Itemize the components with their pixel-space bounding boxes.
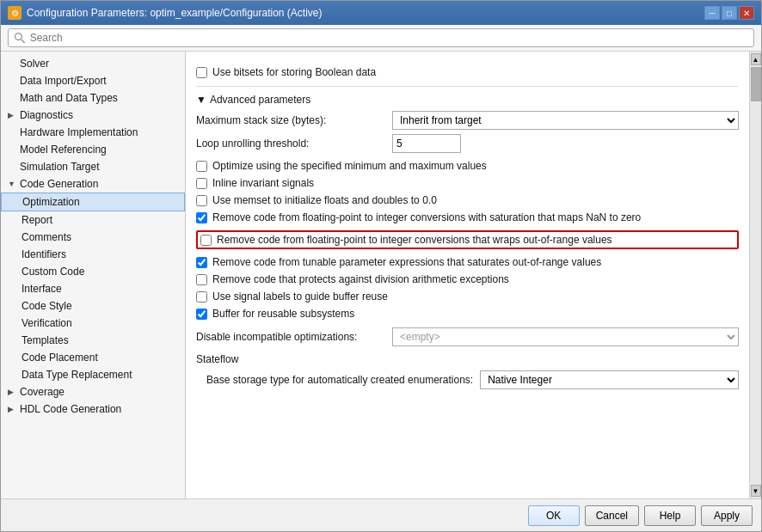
use-bitsets-label: Use bitsets for storing Boolean data <box>212 66 376 78</box>
sidebar-item-label: Hardware Implementation <box>20 126 138 138</box>
inline-invariant-checkbox[interactable] <box>196 178 207 189</box>
sidebar-item-model-referencing[interactable]: Model Referencing <box>1 141 185 158</box>
signal-labels-checkbox[interactable] <box>196 291 207 303</box>
sidebar-item-custom-code[interactable]: Custom Code <box>1 263 185 280</box>
stateflow-base-storage-row: Base storage type for automatically crea… <box>206 370 739 389</box>
sidebar-item-label: Comments <box>22 231 71 243</box>
sidebar-item-optimization[interactable]: Optimization <box>1 193 185 211</box>
sidebar-item-data-import-export[interactable]: Data Import/Export <box>1 72 185 89</box>
stateflow-base-storage-select[interactable]: Native Integer int8 int16 int32 uint8 ui… <box>480 370 739 389</box>
disable-incompatible-label: Disable incompatible optimizations: <box>196 331 385 343</box>
search-wrap <box>8 28 754 47</box>
sidebar-item-code-style[interactable]: Code Style <box>1 297 185 315</box>
max-stack-row: Maximum stack size (bytes): Inherit from… <box>196 111 739 130</box>
stateflow-section: Stateflow Base storage type for automati… <box>196 353 739 389</box>
sidebar-item-label: Simulation Target <box>20 161 100 173</box>
footer-bar: OK Cancel Help Apply <box>1 498 761 531</box>
top-checkbox-area: Use bitsets for storing Boolean data <box>196 58 739 87</box>
scrollbar-thumb[interactable] <box>751 67 761 101</box>
sidebar-item-label: Optimization <box>22 196 80 208</box>
advanced-title: Advanced parameters <box>210 94 310 106</box>
highlighted-container: Remove code from floating-point to integ… <box>196 229 739 251</box>
sidebar-item-label: Math and Data Types <box>20 92 118 104</box>
remove-fp-int-wrap-label: Remove code from floating-point to integ… <box>217 234 612 246</box>
sidebar-item-label: Templates <box>22 334 69 346</box>
sidebar-item-code-generation[interactable]: ▼ Code Generation <box>1 175 185 193</box>
remove-fp-int-sat-label: Remove code from floating-point to integ… <box>212 211 641 223</box>
sidebar-item-label: Identifiers <box>22 248 66 260</box>
help-button[interactable]: Help <box>644 505 696 526</box>
cancel-button[interactable]: Cancel <box>585 505 639 526</box>
minimize-button[interactable]: ─ <box>704 6 720 20</box>
loop-unroll-label: Loop unrolling threshold: <box>196 138 385 150</box>
sidebar-item-label: Custom Code <box>22 266 84 278</box>
opt-min-max-checkbox[interactable] <box>196 161 207 172</box>
max-stack-label: Maximum stack size (bytes): <box>196 114 385 126</box>
buffer-reuse-checkbox[interactable] <box>196 309 207 320</box>
use-memset-checkbox[interactable] <box>196 195 207 206</box>
search-input[interactable] <box>30 32 748 44</box>
search-bar <box>1 25 761 52</box>
loop-unroll-row: Loop unrolling threshold: <box>196 134 739 153</box>
remove-tunable-row: Remove code from tunable parameter expre… <box>196 254 739 271</box>
signal-labels-label: Use signal labels to guide buffer reuse <box>212 290 388 303</box>
sidebar-item-label: Verification <box>22 317 72 329</box>
remove-div-row: Remove code that protects against divisi… <box>196 271 739 288</box>
max-stack-select-wrap: Inherit from target Custom <box>392 111 739 130</box>
sidebar-item-identifiers[interactable]: Identifiers <box>1 246 185 263</box>
scrollbar-down-button[interactable]: ▼ <box>751 485 761 497</box>
disable-incompatible-row: Disable incompatible optimizations: <emp… <box>196 327 739 346</box>
scrollbar-track[interactable]: ▲ ▼ <box>749 52 761 498</box>
collapse-icon[interactable]: ▼ <box>196 94 206 106</box>
sidebar-item-math-data-types[interactable]: Math and Data Types <box>1 89 185 107</box>
signal-labels-row: Use signal labels to guide buffer reuse <box>196 288 739 305</box>
ok-button[interactable]: OK <box>528 505 580 526</box>
sidebar-item-label: Model Referencing <box>20 144 107 156</box>
apply-button[interactable]: Apply <box>701 505 753 526</box>
max-stack-select[interactable]: Inherit from target Custom <box>392 111 739 130</box>
sidebar-item-verification[interactable]: Verification <box>1 315 185 332</box>
expand-icon: ▶ <box>8 405 16 413</box>
buffer-reuse-label: Buffer for reusable subsystems <box>212 308 354 320</box>
inline-invariant-row: Inline invariant signals <box>196 174 739 192</box>
remove-div-checkbox[interactable] <box>196 274 207 285</box>
use-bitsets-checkbox[interactable] <box>196 67 207 78</box>
loop-unroll-input[interactable] <box>392 134 461 153</box>
sidebar-item-templates[interactable]: Templates <box>1 332 185 349</box>
remove-fp-int-wrap-row: Remove code from floating-point to integ… <box>196 230 739 249</box>
sidebar-item-interface[interactable]: Interface <box>1 280 185 297</box>
sidebar-item-label: Interface <box>22 283 62 295</box>
sidebar-item-label: Report <box>22 214 52 226</box>
sidebar-item-coverage[interactable]: ▶ Coverage <box>1 383 185 401</box>
sidebar-item-hardware-impl[interactable]: Hardware Implementation <box>1 124 185 141</box>
scrollbar-up-button[interactable]: ▲ <box>751 53 761 65</box>
app-icon: ⚙ <box>8 6 22 20</box>
maximize-button[interactable]: □ <box>722 6 737 20</box>
sidebar-item-comments[interactable]: Comments <box>1 229 185 246</box>
title-buttons: ─ □ ✕ <box>704 6 754 20</box>
expand-icon: ▶ <box>8 388 16 396</box>
expand-icon: ▶ <box>8 111 16 119</box>
stateflow-base-storage-label: Base storage type for automatically crea… <box>206 374 473 386</box>
sidebar-item-data-type-replacement[interactable]: Data Type Replacement <box>1 366 185 383</box>
sidebar-item-report[interactable]: Report <box>1 211 185 229</box>
content-scroll: Use bitsets for storing Boolean data ▼ A… <box>186 52 749 498</box>
opt-min-max-label: Optimize using the specified minimum and… <box>212 160 487 172</box>
sidebar-item-hdl-code-gen[interactable]: ▶ HDL Code Generation <box>1 401 185 418</box>
sidebar-item-label: Solver <box>20 58 49 70</box>
sidebar-item-code-placement[interactable]: Code Placement <box>1 349 185 366</box>
remove-fp-int-sat-checkbox[interactable] <box>196 212 207 223</box>
stateflow-select-wrap: Native Integer int8 int16 int32 uint8 ui… <box>480 370 739 389</box>
remove-tunable-checkbox[interactable] <box>196 257 207 268</box>
sidebar-item-solver[interactable]: Solver <box>1 55 185 72</box>
disable-incompatible-select[interactable]: <empty> <box>392 327 739 346</box>
remove-fp-int-sat-row: Remove code from floating-point to integ… <box>196 209 739 226</box>
close-button[interactable]: ✕ <box>739 6 754 20</box>
sidebar-item-diagnostics[interactable]: ▶ Diagnostics <box>1 107 185 124</box>
use-memset-label: Use memset to initialize floats and doub… <box>212 194 437 206</box>
remove-fp-int-wrap-checkbox[interactable] <box>200 235 212 246</box>
stateflow-title: Stateflow <box>196 353 739 365</box>
sidebar-item-simulation-target[interactable]: Simulation Target <box>1 158 185 175</box>
sidebar-item-label: Code Placement <box>22 352 98 364</box>
sidebar-item-label: Code Generation <box>20 178 98 190</box>
